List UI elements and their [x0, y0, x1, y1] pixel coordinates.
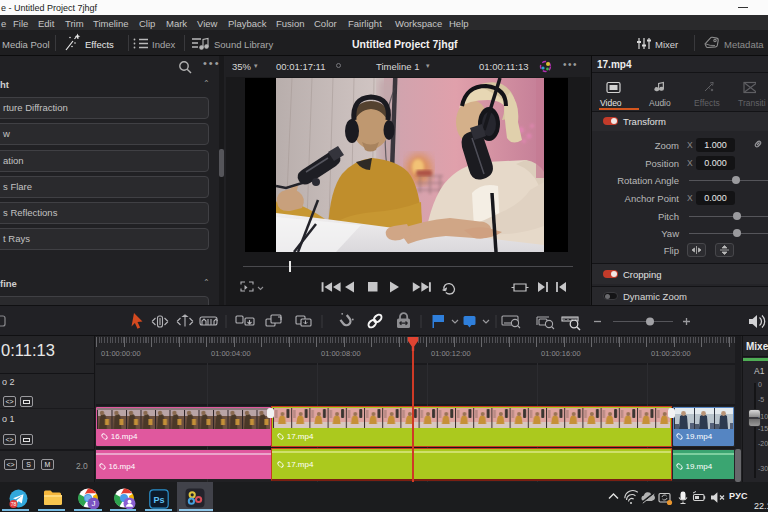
svg-text:78: 78 — [11, 501, 17, 507]
svg-text:J: J — [92, 499, 96, 508]
svg-text:Ps: Ps — [153, 495, 164, 505]
